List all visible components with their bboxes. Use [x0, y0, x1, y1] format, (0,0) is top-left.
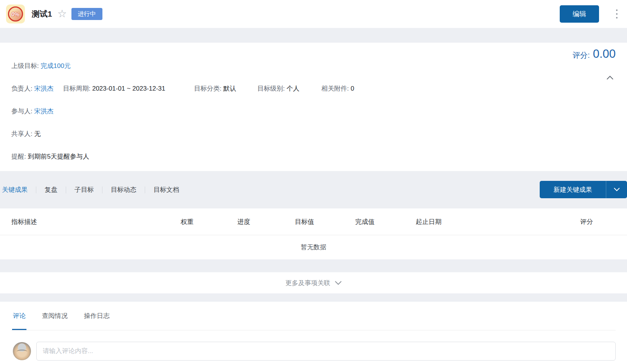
goal-progress-icon: 0% [6, 5, 25, 23]
category-label: 目标分类: [194, 85, 221, 92]
chevron-up-icon [607, 76, 613, 80]
tab-operation-log[interactable]: 操作日志 [84, 312, 110, 330]
col-date-range: 起止日期 [416, 217, 580, 226]
share-row: 共享人: 无 [11, 130, 616, 139]
goal-summary-panel: 评分: 0.00 上级目标: 完成100元 负责人: 宋洪杰 目标周期: 202… [0, 43, 627, 171]
attachment-label: 相关附件: [321, 85, 349, 92]
key-result-table: 指标描述 权重 进度 目标值 完成值 起止日期 评分 暂无数据 [0, 208, 627, 259]
table-empty-state: 暂无数据 [0, 235, 627, 259]
owner-link[interactable]: 宋洪杰 [34, 85, 53, 92]
more-related-items-label: 更多及事项关联 [285, 279, 330, 287]
parent-goal-link[interactable]: 完成100元 [40, 62, 70, 71]
status-badge: 进行中 [71, 8, 102, 20]
comments-tabs: 评论 查阅情况 操作日志 [11, 302, 616, 330]
tab-read-status[interactable]: 查阅情况 [42, 312, 68, 330]
star-favorite-icon[interactable]: ☆ [57, 9, 67, 19]
tab-sub-goals[interactable]: 子目标 [66, 185, 102, 194]
period-label: 目标周期: [63, 85, 90, 92]
owner-field: 负责人: 宋洪杰 [11, 84, 53, 93]
new-key-result-label: 新建关键成果 [540, 181, 606, 198]
tab-comments[interactable]: 评论 [13, 312, 26, 330]
more-actions-icon[interactable] [614, 9, 619, 19]
new-key-result-dropdown[interactable] [606, 181, 627, 198]
more-related-items-bar[interactable]: 更多及事项关联 [0, 272, 627, 293]
goal-meta-row: 负责人: 宋洪杰 目标周期: 2023-01-01 ~ 2023-12-31 目… [11, 84, 616, 93]
attachment-count: 0 [351, 85, 354, 92]
parent-goal-label: 上级目标: [11, 62, 39, 71]
share-label: 共享人: [11, 130, 33, 139]
table-header-row: 指标描述 权重 进度 目标值 完成值 起止日期 评分 [0, 208, 627, 235]
col-weight: 权重 [181, 217, 237, 226]
new-key-result-button[interactable]: 新建关键成果 [540, 181, 627, 198]
level-field: 目标级别: 个人 [257, 84, 299, 93]
score-block: 评分: 0.00 [573, 47, 616, 61]
page-title: 测试1 [32, 9, 52, 19]
remind-value: 到期前5天提醒参与人 [28, 152, 89, 161]
col-score: 评分 [580, 217, 627, 226]
page-header: 0% 测试1 ☆ 进行中 编辑 [0, 0, 627, 28]
tab-goal-docs[interactable]: 目标文档 [145, 185, 187, 194]
score-value: 0.00 [593, 47, 616, 61]
remind-label: 提醒: [11, 152, 26, 161]
col-completed-value: 完成值 [355, 217, 416, 226]
share-value: 无 [34, 130, 40, 139]
user-avatar [13, 342, 31, 360]
chevron-down-icon [335, 281, 342, 285]
category-value: 默认 [223, 85, 236, 92]
comments-panel: 评论 查阅情况 操作日志 [0, 302, 627, 364]
score-label: 评分: [573, 50, 590, 60]
period-value: 2023-01-01 ~ 2023-12-31 [92, 85, 165, 92]
comment-input-row [11, 342, 616, 361]
attachment-field: 相关附件: 0 [321, 84, 354, 93]
comment-input[interactable] [36, 342, 616, 361]
goal-section-tabs: 关键成果 复盘 子目标 目标动态 目标文档 新建关键成果 [0, 171, 627, 208]
chevron-down-icon [614, 188, 620, 191]
tab-key-results[interactable]: 关键成果 [2, 185, 36, 194]
participant-row: 参与人: 宋洪杰 [11, 107, 616, 116]
category-field: 目标分类: 默认 [194, 84, 236, 93]
period-field: 目标周期: 2023-01-01 ~ 2023-12-31 [63, 84, 165, 93]
level-value: 个人 [286, 85, 299, 92]
col-indicator-desc: 指标描述 [11, 217, 181, 226]
remind-row: 提醒: 到期前5天提醒参与人 [11, 152, 616, 161]
collapse-panel-button[interactable] [606, 74, 614, 80]
level-label: 目标级别: [257, 85, 285, 92]
parent-goal-row: 上级目标: 完成100元 [11, 62, 616, 71]
progress-percent-label: 0% [11, 11, 20, 17]
col-progress: 进度 [237, 217, 295, 226]
edit-button[interactable]: 编辑 [560, 5, 599, 23]
tab-goal-activity[interactable]: 目标动态 [102, 185, 145, 194]
participant-label: 参与人: [11, 107, 33, 116]
progress-ring-icon: 0% [8, 6, 23, 22]
owner-label: 负责人: [11, 85, 33, 92]
participant-link[interactable]: 宋洪杰 [34, 107, 53, 116]
col-target-value: 目标值 [295, 217, 355, 226]
tab-review[interactable]: 复盘 [36, 185, 66, 194]
